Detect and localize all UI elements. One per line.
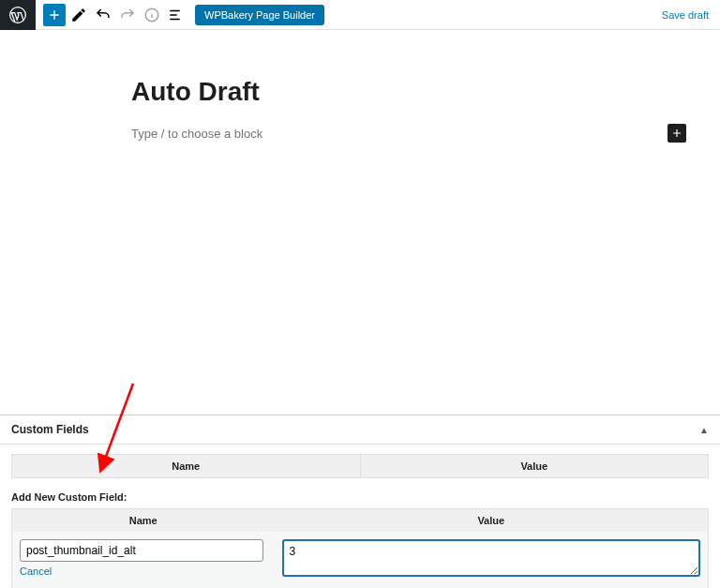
custom-fields-header[interactable]: Custom Fields ▲ xyxy=(0,415,720,445)
panel-toggle-icon[interactable]: ▲ xyxy=(699,425,709,435)
block-placeholder-text[interactable]: Type / to choose a block xyxy=(131,127,262,141)
existing-fields-table: Name Value xyxy=(11,454,709,478)
add-block-button[interactable] xyxy=(43,4,66,26)
custom-fields-panel: Custom Fields ▲ Name Value Add New Custo… xyxy=(0,415,720,588)
post-title[interactable]: Auto Draft xyxy=(131,77,694,107)
outline-button[interactable] xyxy=(165,4,188,26)
undo-button[interactable] xyxy=(92,4,114,26)
wordpress-logo-icon[interactable] xyxy=(0,0,36,30)
add-col-header-value: Value xyxy=(275,509,709,533)
cancel-link[interactable]: Cancel xyxy=(20,565,52,577)
editor-toolbar: WPBakery Page Builder Save draft xyxy=(0,0,720,30)
wpbakery-button[interactable]: WPBakery Page Builder xyxy=(195,5,324,25)
info-button[interactable] xyxy=(141,4,163,26)
custom-field-value-input[interactable]: 3 xyxy=(282,539,701,577)
col-header-value: Value xyxy=(360,455,709,478)
custom-fields-body: Name Value Add New Custom Field: Name Va… xyxy=(0,445,720,588)
redo-button[interactable] xyxy=(116,4,139,26)
save-draft-link[interactable]: Save draft xyxy=(662,9,709,21)
edit-mode-button[interactable] xyxy=(68,4,90,26)
toolbar-buttons: WPBakery Page Builder xyxy=(36,4,324,26)
default-block-row: Type / to choose a block xyxy=(131,124,694,143)
editor-canvas: Auto Draft Type / to choose a block xyxy=(0,30,720,415)
col-header-name: Name xyxy=(12,455,361,478)
add-field-table: Name Value Cancel 3 Add xyxy=(11,508,709,588)
add-new-field-heading: Add New Custom Field: xyxy=(11,491,709,503)
custom-field-name-input[interactable] xyxy=(20,539,263,562)
inline-add-block-button[interactable] xyxy=(668,124,686,143)
custom-fields-title: Custom Fields xyxy=(11,423,89,436)
add-col-header-name: Name xyxy=(12,509,275,533)
